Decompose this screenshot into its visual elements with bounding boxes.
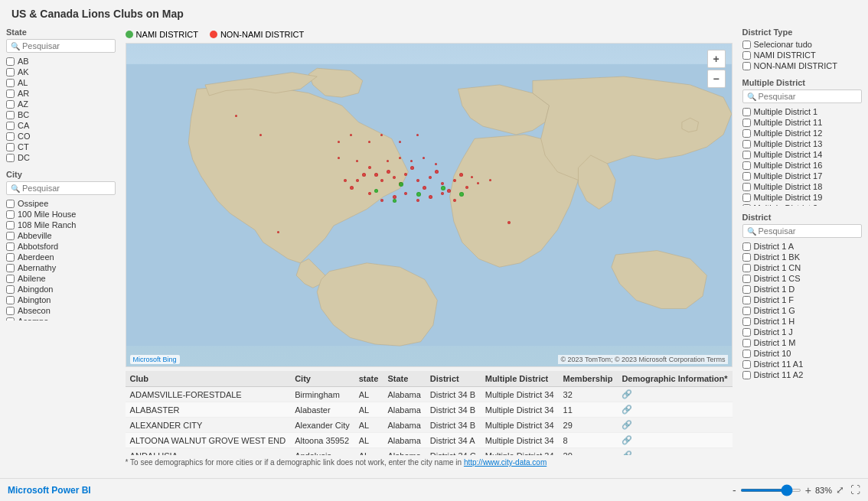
list-item[interactable]: Multiple District 18	[742, 181, 863, 192]
list-item[interactable]: Abbotsford	[6, 241, 116, 252]
list-item[interactable]: District 1 CN	[742, 262, 863, 273]
list-item[interactable]: District 1 H	[742, 316, 863, 327]
list-item[interactable]: Multiple District 19	[742, 192, 863, 203]
map-dot	[368, 141, 370, 143]
table-cell: District 34 C	[426, 448, 481, 456]
city-search-input[interactable]	[22, 184, 111, 193]
list-item[interactable]: District 10	[742, 348, 863, 359]
list-item[interactable]: NON-NAMI DISTRICT	[742, 60, 863, 71]
list-item[interactable]: Abingdon	[6, 284, 116, 294]
list-item[interactable]: CA	[6, 120, 116, 131]
nami-label: NAMI DISTRICT	[136, 30, 198, 39]
demographic-link[interactable]: 🔗	[622, 451, 632, 455]
list-item[interactable]: 100 Mile House	[6, 209, 116, 220]
table-cell: Birmingham	[290, 387, 354, 402]
demographic-cell[interactable]: 🔗	[617, 387, 732, 402]
list-item[interactable]: District 1 D	[742, 284, 863, 294]
list-item[interactable]: Abernathy	[6, 262, 116, 273]
list-item[interactable]: District 11 A1	[742, 359, 863, 369]
demographic-link[interactable]: 🔗	[622, 405, 632, 414]
list-item[interactable]: Aberdeen	[6, 252, 116, 262]
demographic-cell[interactable]: 🔗	[617, 448, 732, 456]
table-cell: AL	[354, 448, 383, 456]
list-item[interactable]: District 1 F	[742, 294, 863, 305]
list-item[interactable]: District 1 A	[742, 241, 863, 252]
demographic-link[interactable]: 🔗	[622, 435, 632, 444]
zoom-minus-button[interactable]: -	[733, 484, 736, 496]
multiple-district-label: Multiple District	[742, 78, 863, 87]
zoom-plus-button[interactable]: +	[805, 484, 811, 496]
list-item[interactable]: Abilene	[6, 273, 116, 284]
page-title: US & Canada Lions Clubs on Map	[0, 0, 868, 24]
legend-non-nami: NON-NAMI DISTRICT	[210, 30, 304, 39]
list-item[interactable]: BC	[6, 109, 116, 120]
city-search-box[interactable]: 🔍	[6, 181, 116, 195]
list-item[interactable]: Selecionar tudo	[742, 39, 863, 50]
list-item[interactable]: Multiple District 13	[742, 138, 863, 149]
list-item[interactable]: 108 Mile Ranch	[6, 220, 116, 230]
list-item[interactable]: Ossipee	[6, 198, 116, 209]
multiple-district-search-input[interactable]	[759, 92, 858, 101]
list-item[interactable]: Multiple District 12	[742, 128, 863, 138]
expand-icon[interactable]: ⤢	[836, 484, 844, 496]
list-item[interactable]: District 11 A2	[742, 369, 863, 380]
list-item[interactable]: Acampo	[6, 316, 116, 320]
demographic-cell[interactable]: 🔗	[617, 433, 732, 448]
table-cell: AL	[354, 402, 383, 418]
table-cell: Alexander City	[290, 418, 354, 433]
table-header-row: Club City state State District Multiple …	[126, 371, 733, 387]
list-item[interactable]: Abbeville	[6, 230, 116, 241]
zoom-slider[interactable]	[740, 489, 801, 492]
list-item[interactable]: District 1 CS	[742, 273, 863, 284]
demographic-cell[interactable]: 🔗	[617, 418, 732, 433]
demographic-link[interactable]: 🔗	[622, 389, 632, 399]
state-filter-label: State	[6, 28, 116, 37]
list-item[interactable]: Multiple District 2	[742, 203, 863, 206]
table-cell: AL	[354, 433, 383, 448]
list-item[interactable]: Abington	[6, 294, 116, 305]
list-item[interactable]: Multiple District 11	[742, 117, 863, 128]
demographic-cell[interactable]: 🔗	[617, 402, 732, 418]
map-dot	[416, 199, 419, 202]
list-item[interactable]: NAMI DISTRICT	[742, 50, 863, 60]
list-item[interactable]: CO	[6, 131, 116, 142]
state-search-box[interactable]: 🔍	[6, 39, 116, 53]
list-item[interactable]: Multiple District 1	[742, 106, 863, 117]
state-search-input[interactable]	[22, 41, 111, 50]
map-dot	[465, 186, 468, 189]
list-item[interactable]: DC	[6, 152, 116, 163]
list-item[interactable]: Absecon	[6, 305, 116, 316]
district-search-input[interactable]	[759, 226, 858, 236]
list-item[interactable]: District 1 M	[742, 337, 863, 348]
list-item[interactable]: District 1 G	[742, 305, 863, 316]
list-item[interactable]: AZ	[6, 99, 116, 109]
list-item[interactable]: AB	[6, 56, 116, 67]
list-item[interactable]: District 1 BK	[742, 252, 863, 262]
table-row: ALABASTERAlabasterALAlabamaDistrict 34 B…	[126, 402, 733, 418]
table-scroll[interactable]: Club City state State District Multiple …	[126, 371, 733, 455]
list-item[interactable]: Multiple District 17	[742, 171, 863, 181]
district-search-box[interactable]: 🔍	[742, 224, 863, 238]
zoom-out-button[interactable]: −	[707, 70, 726, 88]
list-item[interactable]: AR	[6, 88, 116, 99]
non-nami-dot	[210, 31, 217, 38]
district-type-section: District Type Selecionar tudo NAMI DISTR…	[742, 28, 863, 71]
map-dot	[259, 134, 262, 136]
list-item[interactable]: AK	[6, 67, 116, 77]
list-item[interactable]: District 1 J	[742, 327, 863, 337]
map-wrapper[interactable]: + − Microsoft Bing © 2023 TomTom; © 2023…	[126, 43, 733, 367]
multiple-district-search-icon: 🔍	[747, 93, 756, 101]
col-multiple-district: Multiple District	[481, 371, 559, 387]
multiple-district-search-box[interactable]: 🔍	[742, 89, 863, 103]
map-dot	[235, 115, 237, 117]
city-data-link[interactable]: http://www.city-data.com	[464, 458, 547, 467]
list-item[interactable]: Multiple District 16	[742, 160, 863, 171]
zoom-in-button[interactable]: +	[707, 50, 726, 68]
list-item[interactable]: Multiple District 14	[742, 149, 863, 160]
list-item[interactable]: AL	[6, 77, 116, 88]
fullscreen-icon[interactable]: ⛶	[850, 484, 860, 496]
powerbi-link[interactable]: Microsoft Power BI	[8, 485, 91, 496]
list-item[interactable]: CT	[6, 142, 116, 152]
demographic-link[interactable]: 🔗	[622, 420, 632, 429]
map-dot	[435, 170, 439, 174]
